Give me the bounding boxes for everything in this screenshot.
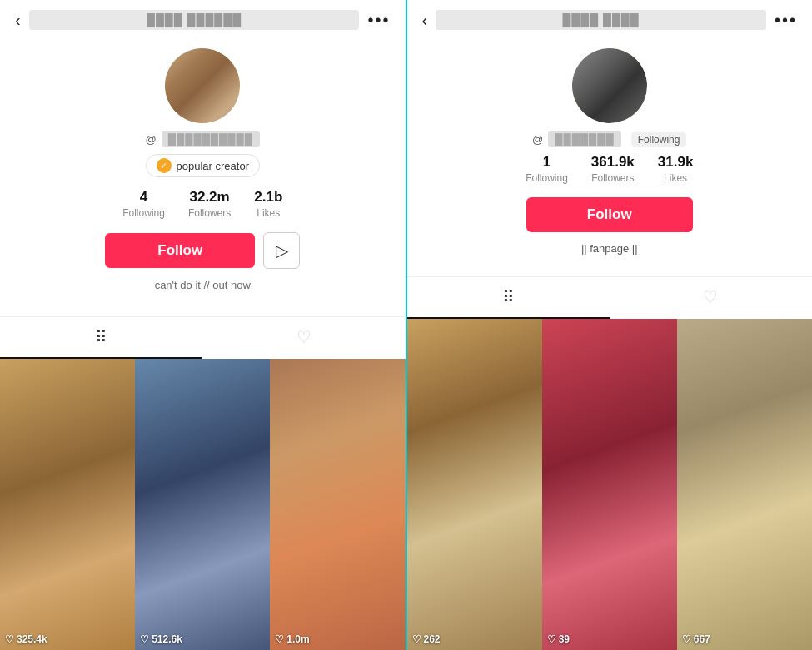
right-header: ‹ ████ ████ •••	[407, 0, 813, 40]
right-username-at: @	[532, 133, 543, 146]
left-video-likes-3: ♡ 1.0m	[275, 633, 309, 645]
left-bio: can't do it // out now	[155, 279, 251, 291]
left-badge-icon: ✓	[157, 158, 172, 173]
left-username-text: ██████████	[162, 131, 260, 147]
right-username-row: @ ███████ Following	[532, 131, 686, 147]
left-header-title: ████ ██████	[29, 10, 360, 30]
left-likes-count-2: 512.6k	[152, 633, 182, 645]
right-stat-followers: 361.9k Followers	[591, 154, 635, 184]
left-avatar	[165, 48, 240, 123]
left-popular-creator-badge: ✓ popular creator	[146, 154, 260, 177]
left-video-likes-2: ♡ 512.6k	[140, 633, 182, 645]
left-username-row: @ ██████████	[146, 131, 260, 147]
left-header: ‹ ████ ██████ •••	[0, 0, 406, 40]
left-stat-likes: 2.1b Likes	[254, 189, 282, 219]
left-profile-panel: ‹ ████ ██████ ••• @ ██████████ ✓ popular…	[0, 0, 407, 650]
right-tab-videos[interactable]: ⠿	[407, 277, 610, 319]
left-action-row: Follow ▷	[105, 232, 300, 269]
left-back-button[interactable]: ‹	[15, 11, 21, 30]
left-follow-button[interactable]: Follow	[105, 233, 255, 268]
right-header-title: ████ ████	[436, 10, 766, 30]
left-profile-section: @ ██████████ ✓ popular creator 4 Followi…	[0, 40, 406, 316]
right-likes-count-2: 39	[559, 633, 570, 645]
right-action-row: Follow	[526, 197, 693, 232]
left-likes-value: 2.1b	[254, 189, 282, 206]
left-heart-icon-2: ♡	[140, 633, 149, 645]
right-grid-icon: ⠿	[502, 287, 515, 307]
left-heart-icon: ♡	[296, 327, 311, 347]
left-avatar-image	[165, 48, 240, 123]
left-badge-label: popular creator	[177, 160, 249, 172]
right-stat-likes: 31.9k Likes	[658, 154, 694, 184]
right-likes-count-1: 262	[424, 633, 441, 645]
right-video-image-3	[677, 319, 812, 650]
right-video-image-2	[542, 319, 677, 650]
right-avatar-image	[572, 48, 647, 123]
left-video-grid: ♡ 325.4k ♡ 512.6k ♡ 1.0m	[0, 359, 406, 650]
left-video-thumb-2[interactable]: ♡ 512.6k	[135, 359, 270, 650]
left-likes-count-1: 325.4k	[17, 633, 47, 645]
right-video-thumb-1[interactable]: ♡ 262	[407, 319, 542, 650]
left-followers-label: Followers	[188, 207, 231, 219]
left-heart-icon-3: ♡	[275, 633, 284, 645]
left-grid-icon: ⠿	[95, 327, 107, 347]
left-video-image-3	[270, 359, 405, 650]
right-following-badge: Following	[631, 132, 687, 147]
left-tab-liked[interactable]: ♡	[202, 317, 405, 359]
right-more-button[interactable]: •••	[775, 11, 797, 30]
right-following-label: Following	[526, 172, 568, 184]
left-followers-value: 32.2m	[189, 189, 229, 206]
left-stat-followers: 32.2m Followers	[188, 189, 231, 219]
right-bio: || fanpage ||	[581, 242, 638, 255]
right-heart-icon-3: ♡	[682, 633, 691, 645]
right-follow-button[interactable]: Follow	[526, 197, 693, 232]
left-following-value: 4	[140, 189, 147, 206]
right-heart-icon-1: ♡	[412, 633, 421, 645]
left-username-at: @	[146, 133, 157, 146]
right-likes-label: Likes	[664, 172, 687, 184]
right-followers-value: 361.9k	[591, 154, 635, 171]
left-tab-videos[interactable]: ⠿	[0, 317, 202, 359]
left-stats-row: 4 Following 32.2m Followers 2.1b Likes	[122, 189, 282, 219]
left-video-button[interactable]: ▷	[263, 232, 300, 269]
right-video-image-1	[407, 319, 542, 650]
right-likes-count-3: 667	[694, 633, 710, 645]
left-stat-following: 4 Following	[122, 189, 165, 219]
left-more-button[interactable]: •••	[367, 11, 390, 30]
right-video-likes-3: ♡ 667	[682, 633, 710, 645]
right-profile-panel: ‹ ████ ████ ••• @ ███████ Following 1 Fo…	[407, 0, 813, 650]
right-tabs: ⠿ ♡	[407, 276, 813, 319]
left-video-thumb-1[interactable]: ♡ 325.4k	[0, 359, 135, 650]
left-likes-count-3: 1.0m	[286, 633, 309, 645]
right-video-thumb-3[interactable]: ♡ 667	[677, 319, 812, 650]
right-video-grid: ♡ 262 ♡ 39 ♡ 667	[407, 319, 813, 650]
left-following-label: Following	[122, 207, 165, 219]
left-tabs: ⠿ ♡	[0, 316, 406, 359]
right-profile-section: @ ███████ Following 1 Following 361.9k F…	[407, 40, 813, 276]
left-video-likes-1: ♡ 325.4k	[5, 633, 47, 645]
right-video-likes-1: ♡ 262	[412, 633, 441, 645]
right-stat-following: 1 Following	[526, 154, 568, 184]
right-likes-value: 31.9k	[658, 154, 694, 171]
right-tab-liked[interactable]: ♡	[610, 277, 812, 319]
right-back-button[interactable]: ‹	[422, 11, 428, 30]
left-heart-icon-1: ♡	[5, 633, 14, 645]
left-video-image-2	[135, 359, 270, 650]
right-heart-icon: ♡	[703, 287, 718, 307]
right-video-thumb-2[interactable]: ♡ 39	[542, 319, 677, 650]
right-stats-row: 1 Following 361.9k Followers 31.9k Likes	[526, 154, 693, 184]
right-following-value: 1	[543, 154, 550, 171]
right-video-likes-2: ♡ 39	[547, 633, 570, 645]
right-heart-icon-2: ♡	[547, 633, 556, 645]
left-video-image-1	[0, 359, 135, 650]
right-followers-label: Followers	[591, 172, 634, 184]
left-likes-label: Likes	[257, 207, 280, 219]
right-username-text: ███████	[548, 131, 620, 147]
left-video-thumb-3[interactable]: ♡ 1.0m	[270, 359, 405, 650]
left-video-icon: ▷	[276, 241, 288, 260]
right-avatar	[572, 48, 647, 123]
